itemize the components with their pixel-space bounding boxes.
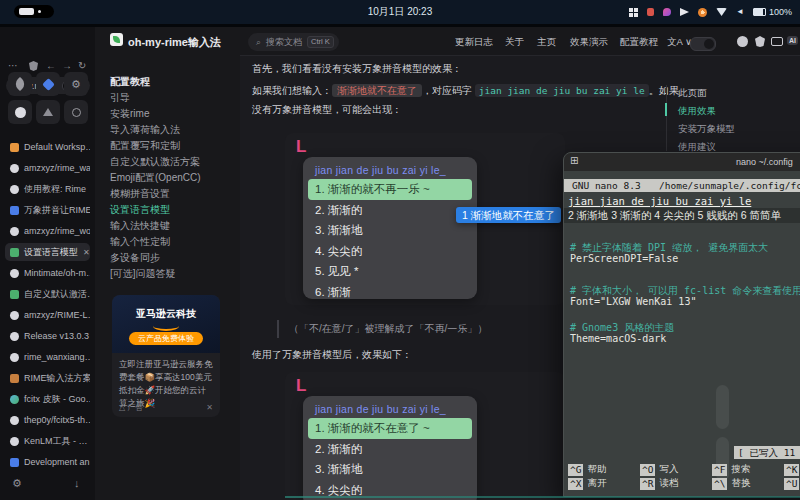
ime-floating-candidate: 1 渐渐地就不在意了 [456, 207, 561, 223]
search-box[interactable]: ⌕ 搜索文档 Ctrl K [248, 33, 339, 51]
sidebar-item-language-model-active[interactable]: 设置语言模型 [110, 203, 170, 217]
candidate-1-selected: 1. 渐渐的就不再一乐 ~ [308, 179, 472, 200]
wifi-icon[interactable] [716, 8, 727, 16]
label: 替换 [731, 477, 750, 490]
tab-rime-lm[interactable]: amzxyz/RIME-L… [5, 306, 90, 324]
tab-rime-wanxiang-repo[interactable]: rime_wanxiang… [5, 348, 90, 366]
nav-link-home[interactable]: 主页 [537, 36, 556, 49]
gitee-shield-icon[interactable] [755, 36, 765, 47]
github-icon [10, 311, 19, 320]
ad-card[interactable]: 亚马逊云科技 云产品免费体验 立即注册亚马逊云服务免费套餐📦享高达100美元抵扣… [112, 295, 220, 417]
github-icon[interactable] [737, 36, 748, 47]
terminal-window[interactable]: ⊞ nano ~/.config GNU nano 8.3 /home/sunm… [563, 152, 800, 497]
ime-preedit: jian jian de jiu bu zai yi le_ [315, 403, 465, 415]
app-icon [10, 206, 19, 215]
bottom-edge-highlight [285, 496, 800, 498]
highlighted-phrase: 渐渐地就不在意了 [332, 84, 422, 97]
outline-item-install-model[interactable]: 安装万象模型 [678, 123, 735, 136]
sidebar-item-multi-device[interactable]: 多设备同步 [110, 251, 160, 265]
sidebar-item-install-rime[interactable]: 安装rime [110, 107, 149, 121]
telegram-icon[interactable] [680, 8, 689, 16]
sidebar-item-guide[interactable]: 引导 [110, 91, 130, 105]
tab-custom-default-scheme[interactable]: 自定义默认激活… [5, 285, 90, 303]
ai-badge[interactable]: AI [787, 36, 798, 45]
more-menu-icon[interactable]: ⋯ [8, 60, 18, 71]
tab-kenlm[interactable]: KenLM工具 - … [5, 432, 90, 450]
dark-mode-toggle[interactable] [690, 37, 716, 51]
input-method-grid-icon[interactable] [629, 8, 638, 17]
tab-label: 自定义默认激活… [24, 288, 90, 301]
sidebar-settings-icon[interactable]: ⚙ [12, 477, 22, 490]
tab-default-workspace[interactable]: Default Worksp… [5, 138, 90, 156]
diamond-icon [42, 78, 55, 91]
browser-tray-icon[interactable] [663, 8, 671, 16]
github-icon [10, 416, 19, 425]
tab-fcitx-skin[interactable]: fcitx 皮肤 - Goo… [5, 390, 90, 408]
ime-candidate-window: jian jian de jiu bu zai yi le_ 1. 渐渐的就不在… [303, 396, 477, 500]
tab-wanxiang-pinyin[interactable]: 万象拼音让RIME… [5, 201, 90, 219]
reload-icon[interactable]: ↻ [78, 60, 86, 71]
gear-icon: ⚙ [71, 78, 81, 91]
github-icon [10, 437, 19, 446]
download-icon[interactable]: ↓ [74, 477, 80, 489]
fcitx-tray-icon[interactable] [647, 8, 654, 16]
label: 帮助 [587, 463, 606, 476]
sidebar-item-personalize[interactable]: 输入个性定制 [110, 235, 170, 249]
terminal-titlebar[interactable]: ⊞ nano ~/.config [564, 153, 800, 171]
nav-link-tutorial[interactable]: 配置教程 [620, 36, 658, 49]
nav-link-demo[interactable]: 效果演示 [570, 36, 608, 49]
bilibili-tv-icon[interactable] [771, 37, 783, 46]
config-value-theme: Theme=macOS-dark [570, 333, 666, 344]
nav-link-about[interactable]: 关于 [505, 36, 524, 49]
battery-indicator[interactable]: 100% [753, 7, 792, 17]
ad-banner-image[interactable]: 亚马逊云科技 云产品免费体验 [112, 295, 220, 353]
sidebar-section-config-tutorial[interactable]: 配置教程 [110, 75, 150, 89]
pinned-tab-triangle[interactable] [36, 100, 60, 124]
site-title[interactable]: oh-my-rime输入法 [128, 35, 221, 50]
ad-banner-title: 亚马逊云科技 [112, 307, 220, 321]
ad-close-icon[interactable]: ✕ [206, 403, 213, 412]
tab-language-model-active[interactable]: 设置语言模型✕ [5, 243, 90, 261]
ime-preedit: jian jian de jiu bu zai yi le_ [315, 164, 465, 176]
language-selector[interactable]: 文A ∨ [667, 36, 692, 49]
recorder-tray-icon[interactable] [698, 8, 707, 17]
nav-link-changelog[interactable]: 更新日志 [455, 36, 493, 49]
sidebar-item-override[interactable]: 配置覆写和定制 [110, 139, 180, 153]
new-window-icon[interactable]: ⊞ [570, 155, 578, 166]
sidebar-item-faq[interactable]: [可选]问题答疑 [110, 267, 176, 281]
shield-icon[interactable] [29, 61, 38, 71]
book-icon [10, 374, 19, 383]
screenshot-after-model: L jian jian de jiu bu zai yi le_ 1. 渐渐的就… [285, 372, 565, 500]
sidebar-item-import-mint[interactable]: 导入薄荷输入法 [110, 123, 180, 137]
pinned-tab-leaf[interactable] [8, 72, 32, 96]
search-placeholder: 搜索文档 [266, 36, 302, 49]
terminal-title: nano ~/.config [736, 157, 793, 167]
ad-banner-button[interactable]: 云产品免费体验 [129, 332, 203, 345]
tab-release[interactable]: Release v13.0.3 [5, 327, 90, 345]
paragraph-after-model: 使用了万象拼音模型后，效果如下： [252, 345, 412, 364]
pinned-tab-clock[interactable] [64, 100, 88, 124]
volume-icon[interactable]: ◄ [736, 8, 744, 16]
back-icon[interactable]: ← [46, 60, 56, 71]
ad-label: 广告 [127, 402, 143, 413]
tab-rime-scheme[interactable]: RIME输入法方案 [5, 369, 90, 387]
tab-development[interactable]: Development an… [5, 453, 90, 471]
tab-amzxyz-rime[interactable]: amzxyz/rime_wo… [5, 222, 90, 240]
tab-usage-tutorial[interactable]: 使用教程: Rime [5, 180, 90, 198]
tab-fcitx5-theme[interactable]: thep0y/fcitx5-th… [5, 411, 90, 429]
shortcut-help: ^G帮助 [568, 463, 606, 476]
pinned-tab-sparkle[interactable] [36, 72, 60, 96]
pinned-tab-settings[interactable]: ⚙ [64, 72, 88, 96]
forward-icon[interactable]: → [62, 60, 72, 71]
tab-mintimate-ohmyrime[interactable]: Mintimate/oh-m… [5, 264, 90, 282]
lang-label: 文A [667, 36, 682, 47]
close-tab-icon[interactable]: ✕ [83, 248, 90, 257]
sidebar-item-hotkeys[interactable]: 输入法快捷键 [110, 219, 170, 233]
outline-item-usage-effect[interactable]: 使用效果 [678, 105, 716, 118]
sidebar-item-default-scheme[interactable]: 自定义默认激活方案 [110, 155, 200, 169]
site-logo[interactable] [110, 33, 123, 46]
sidebar-item-emoji[interactable]: Emoji配置(OpenCC) [110, 171, 201, 185]
pinned-tab-github[interactable] [8, 100, 32, 124]
sidebar-item-fuzzy-pinyin[interactable]: 模糊拼音设置 [110, 187, 170, 201]
tab-rime-wanxiang[interactable]: amzxyz/rime_wa… [5, 159, 90, 177]
